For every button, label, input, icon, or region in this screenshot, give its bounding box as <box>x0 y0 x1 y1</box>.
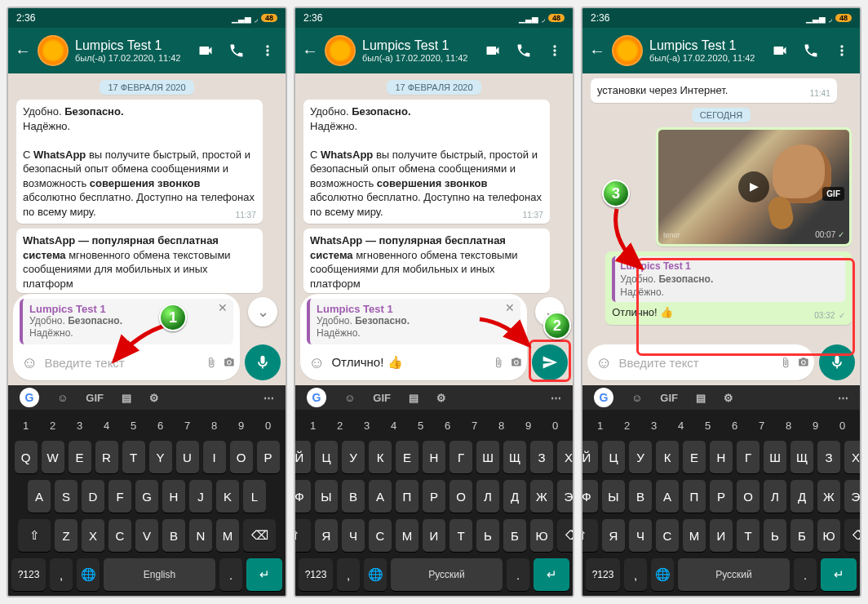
symbols-key[interactable]: ?123 <box>11 558 46 591</box>
attach-icon[interactable] <box>780 353 791 371</box>
settings-icon[interactable]: ⚙ <box>436 392 446 404</box>
key-п[interactable]: П <box>683 480 706 513</box>
key-h[interactable]: H <box>162 480 185 513</box>
key-м[interactable]: М <box>396 519 418 552</box>
sticker-icon[interactable]: ☺ <box>57 392 68 404</box>
camera-icon[interactable] <box>224 353 235 371</box>
received-message[interactable]: Удобно. Безопасно. Надёжно. С WhatsApp в… <box>303 100 550 224</box>
gif-button[interactable]: GIF <box>86 392 104 404</box>
key-к[interactable]: К <box>369 441 392 473</box>
key-о[interactable]: О <box>450 480 472 513</box>
key-3[interactable]: 3 <box>643 416 666 434</box>
back-icon[interactable]: ← <box>302 42 318 60</box>
key-u[interactable]: U <box>176 441 199 473</box>
key-t[interactable]: T <box>122 441 145 473</box>
key-э[interactable]: Э <box>557 480 574 513</box>
key-т[interactable]: Т <box>737 519 760 552</box>
attach-icon[interactable] <box>206 353 217 371</box>
avatar[interactable] <box>325 35 356 66</box>
key-с[interactable]: С <box>656 519 679 552</box>
key-е[interactable]: Е <box>396 441 418 473</box>
emoji-icon[interactable]: ☺ <box>596 353 612 372</box>
key-г[interactable]: Г <box>737 441 760 473</box>
keyboard[interactable]: G ☺ GIF ▤ ⚙ ⋯ 1234567890 QWERTYUIOP ASDF… <box>8 385 286 596</box>
key-k[interactable]: K <box>216 480 239 513</box>
key-x[interactable]: X <box>82 519 104 552</box>
chat-area[interactable]: 17 ФЕВРАЛЯ 2020 Удобно. Безопасно. Надёж… <box>8 73 286 385</box>
key-6[interactable]: 6 <box>724 416 746 434</box>
received-message[interactable]: Удобно. Безопасно. Надёжно. С WhatsApp в… <box>16 100 263 224</box>
voice-record-button[interactable] <box>819 344 855 380</box>
key-ц[interactable]: Ц <box>602 441 625 473</box>
enter-key[interactable]: ↵ <box>246 558 282 591</box>
key-я[interactable]: Я <box>315 519 338 552</box>
backspace-key[interactable]: ⌫ <box>557 519 574 552</box>
received-message-2[interactable]: WhatsApp — популярная бесплатная система… <box>303 229 550 292</box>
key-5[interactable]: 5 <box>122 416 145 434</box>
back-icon[interactable]: ← <box>589 42 605 60</box>
key-r[interactable]: R <box>95 441 118 473</box>
key-p[interactable]: P <box>257 441 280 473</box>
key-1[interactable]: 1 <box>15 416 38 434</box>
key-4[interactable]: 4 <box>95 416 118 434</box>
key-a[interactable]: A <box>28 480 51 513</box>
key-0[interactable]: 0 <box>257 416 280 434</box>
key-р[interactable]: Р <box>423 480 445 513</box>
shift-key[interactable]: ⇧ <box>18 519 51 552</box>
key-ф[interactable]: Ф <box>581 480 598 513</box>
key-s[interactable]: S <box>55 480 78 513</box>
key-9[interactable]: 9 <box>517 416 540 434</box>
sticker-icon[interactable]: ☺ <box>344 392 355 404</box>
key-3[interactable]: 3 <box>69 416 91 434</box>
key-9[interactable]: 9 <box>230 416 253 434</box>
key-щ[interactable]: Щ <box>503 441 526 473</box>
key-и[interactable]: И <box>423 519 445 552</box>
avatar[interactable] <box>612 35 643 66</box>
key-с[interactable]: С <box>369 519 392 552</box>
key-4[interactable]: 4 <box>670 416 693 434</box>
key-а[interactable]: А <box>656 480 679 513</box>
key-c[interactable]: C <box>108 519 131 552</box>
key-о[interactable]: О <box>737 480 760 513</box>
key-7[interactable]: 7 <box>751 416 773 434</box>
message-input[interactable] <box>331 356 486 370</box>
key-0[interactable]: 0 <box>831 416 854 434</box>
key-х[interactable]: Х <box>844 441 861 473</box>
key-н[interactable]: Н <box>423 441 445 473</box>
key-ю[interactable]: Ю <box>530 519 553 552</box>
key-b[interactable]: B <box>162 519 185 552</box>
key-ь[interactable]: Ь <box>476 519 499 552</box>
key-2[interactable]: 2 <box>616 416 639 434</box>
key-ж[interactable]: Ж <box>530 480 553 513</box>
voice-record-button[interactable] <box>245 344 281 380</box>
key-1[interactable]: 1 <box>302 416 325 434</box>
key-л[interactable]: Л <box>764 480 786 513</box>
key-ч[interactable]: Ч <box>629 519 652 552</box>
key-y[interactable]: Y <box>149 441 172 473</box>
chat-area[interactable]: 17 ФЕВРАЛЯ 2020 Удобно. Безопасно. Надёж… <box>295 73 573 385</box>
key-й[interactable]: Й <box>581 441 598 473</box>
received-message[interactable]: установки через Интернет. 11:41 <box>591 78 837 103</box>
key-в[interactable]: В <box>342 480 365 513</box>
key-а[interactable]: А <box>369 480 392 513</box>
key-ы[interactable]: Ы <box>602 480 625 513</box>
key-g[interactable]: G <box>135 480 158 513</box>
key-ч[interactable]: Ч <box>342 519 365 552</box>
backspace-key[interactable]: ⌫ <box>243 519 276 552</box>
shift-key[interactable]: ⇧ <box>294 519 311 552</box>
key-э[interactable]: Э <box>844 480 861 513</box>
key-7[interactable]: 7 <box>176 416 199 434</box>
key-ь[interactable]: Ь <box>764 519 786 552</box>
received-message-2[interactable]: WhatsApp — популярная бесплатная система… <box>16 229 263 292</box>
key-ш[interactable]: Ш <box>476 441 499 473</box>
key-z[interactable]: Z <box>55 519 78 552</box>
key-6[interactable]: 6 <box>149 416 172 434</box>
enter-key[interactable]: ↵ <box>534 558 569 591</box>
key-9[interactable]: 9 <box>804 416 827 434</box>
key-5[interactable]: 5 <box>410 416 432 434</box>
message-input[interactable] <box>618 356 773 370</box>
key-1[interactable]: 1 <box>589 416 612 434</box>
key-2[interactable]: 2 <box>329 416 352 434</box>
voice-call-icon[interactable] <box>803 42 819 59</box>
key-ы[interactable]: Ы <box>315 480 338 513</box>
